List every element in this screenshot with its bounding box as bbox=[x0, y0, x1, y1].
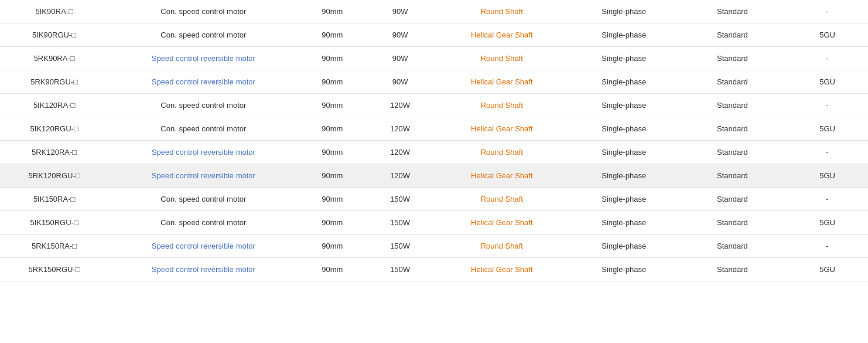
table-row: 5IK120RA-□ Con. speed control motor 90mm… bbox=[0, 94, 868, 117]
product-table: 5IK90RA-□ Con. speed control motor 90mm … bbox=[0, 0, 868, 281]
standard-cell: Standard bbox=[678, 23, 787, 47]
standard-cell: Standard bbox=[678, 70, 787, 94]
frame-cell: 90mm bbox=[298, 258, 366, 281]
phase-cell: Single-phase bbox=[570, 235, 678, 258]
phase-cell: Single-phase bbox=[570, 211, 678, 235]
model-cell: 5IK120RGU-□ bbox=[0, 117, 108, 141]
shaft-cell: Round Shaft bbox=[434, 141, 570, 164]
standard-cell: Standard bbox=[678, 211, 787, 235]
table-row: 5RK150RA-□ Speed control reversible moto… bbox=[0, 235, 868, 258]
model-cell: 5RK120RGU-□ bbox=[0, 164, 108, 188]
standard-cell: Standard bbox=[678, 0, 787, 23]
frame-cell: 90mm bbox=[298, 235, 366, 258]
shaft-cell: Round Shaft bbox=[434, 94, 570, 117]
phase-cell: Single-phase bbox=[570, 188, 678, 211]
gear-cell: - bbox=[787, 94, 868, 117]
shaft-cell: Helical Gear Shaft bbox=[434, 70, 570, 94]
type-cell: Con. speed control motor bbox=[108, 94, 298, 117]
type-cell: Con. speed control motor bbox=[108, 188, 298, 211]
standard-cell: Standard bbox=[678, 235, 787, 258]
model-cell: 5RK90RA-□ bbox=[0, 47, 108, 70]
table-row: 5RK90RA-□ Speed control reversible motor… bbox=[0, 47, 868, 70]
phase-cell: Single-phase bbox=[570, 47, 678, 70]
gear-cell: - bbox=[787, 141, 868, 164]
gear-cell: 5GU bbox=[787, 258, 868, 281]
table-row: 5IK150RA-□ Con. speed control motor 90mm… bbox=[0, 188, 868, 211]
phase-cell: Single-phase bbox=[570, 94, 678, 117]
power-cell: 150W bbox=[366, 211, 434, 235]
model-cell: 5IK90RA-□ bbox=[0, 0, 108, 23]
gear-cell: - bbox=[787, 188, 868, 211]
power-cell: 150W bbox=[366, 258, 434, 281]
frame-cell: 90mm bbox=[298, 0, 366, 23]
table-row: 5IK150RGU-□ Con. speed control motor 90m… bbox=[0, 211, 868, 235]
type-cell: Speed control reversible motor bbox=[108, 141, 298, 164]
gear-cell: 5GU bbox=[787, 23, 868, 47]
power-cell: 90W bbox=[366, 47, 434, 70]
model-cell: 5IK150RGU-□ bbox=[0, 211, 108, 235]
type-cell: Speed control reversible motor bbox=[108, 164, 298, 188]
gear-cell: 5GU bbox=[787, 117, 868, 141]
power-cell: 120W bbox=[366, 164, 434, 188]
phase-cell: Single-phase bbox=[570, 258, 678, 281]
gear-cell: 5GU bbox=[787, 164, 868, 188]
shaft-cell: Round Shaft bbox=[434, 47, 570, 70]
frame-cell: 90mm bbox=[298, 94, 366, 117]
table-row: 5RK150RGU-□ Speed control reversible mot… bbox=[0, 258, 868, 281]
shaft-cell: Helical Gear Shaft bbox=[434, 164, 570, 188]
standard-cell: Standard bbox=[678, 141, 787, 164]
type-cell: Speed control reversible motor bbox=[108, 47, 298, 70]
phase-cell: Single-phase bbox=[570, 117, 678, 141]
standard-cell: Standard bbox=[678, 47, 787, 70]
phase-cell: Single-phase bbox=[570, 0, 678, 23]
table-row: 5IK90RA-□ Con. speed control motor 90mm … bbox=[0, 0, 868, 23]
table-row: 5RK120RA-□ Speed control reversible moto… bbox=[0, 141, 868, 164]
shaft-cell: Round Shaft bbox=[434, 0, 570, 23]
frame-cell: 90mm bbox=[298, 141, 366, 164]
standard-cell: Standard bbox=[678, 117, 787, 141]
model-cell: 5RK150RA-□ bbox=[0, 235, 108, 258]
type-cell: Speed control reversible motor bbox=[108, 235, 298, 258]
frame-cell: 90mm bbox=[298, 211, 366, 235]
frame-cell: 90mm bbox=[298, 164, 366, 188]
frame-cell: 90mm bbox=[298, 70, 366, 94]
gear-cell: - bbox=[787, 0, 868, 23]
power-cell: 90W bbox=[366, 0, 434, 23]
gear-cell: 5GU bbox=[787, 211, 868, 235]
type-cell: Con. speed control motor bbox=[108, 0, 298, 23]
type-cell: Con. speed control motor bbox=[108, 117, 298, 141]
phase-cell: Single-phase bbox=[570, 70, 678, 94]
model-cell: 5RK150RGU-□ bbox=[0, 258, 108, 281]
phase-cell: Single-phase bbox=[570, 141, 678, 164]
shaft-cell: Helical Gear Shaft bbox=[434, 211, 570, 235]
power-cell: 120W bbox=[366, 94, 434, 117]
phase-cell: Single-phase bbox=[570, 23, 678, 47]
type-cell: Con. speed control motor bbox=[108, 23, 298, 47]
phase-cell: Single-phase bbox=[570, 164, 678, 188]
frame-cell: 90mm bbox=[298, 47, 366, 70]
model-cell: 5RK120RA-□ bbox=[0, 141, 108, 164]
standard-cell: Standard bbox=[678, 164, 787, 188]
frame-cell: 90mm bbox=[298, 117, 366, 141]
power-cell: 150W bbox=[366, 188, 434, 211]
gear-cell: 5GU bbox=[787, 70, 868, 94]
gear-cell: - bbox=[787, 235, 868, 258]
model-cell: 5IK150RA-□ bbox=[0, 188, 108, 211]
standard-cell: Standard bbox=[678, 188, 787, 211]
shaft-cell: Helical Gear Shaft bbox=[434, 117, 570, 141]
table-row: 5RK120RGU-□ Speed control reversible mot… bbox=[0, 164, 868, 188]
shaft-cell: Round Shaft bbox=[434, 188, 570, 211]
standard-cell: Standard bbox=[678, 258, 787, 281]
power-cell: 120W bbox=[366, 117, 434, 141]
frame-cell: 90mm bbox=[298, 23, 366, 47]
model-cell: 5IK120RA-□ bbox=[0, 94, 108, 117]
table-row: 5IK90RGU-□ Con. speed control motor 90mm… bbox=[0, 23, 868, 47]
power-cell: 150W bbox=[366, 235, 434, 258]
power-cell: 90W bbox=[366, 70, 434, 94]
gear-cell: - bbox=[787, 47, 868, 70]
frame-cell: 90mm bbox=[298, 188, 366, 211]
type-cell: Speed control reversible motor bbox=[108, 258, 298, 281]
power-cell: 120W bbox=[366, 141, 434, 164]
table-row: 5RK90RGU-□ Speed control reversible moto… bbox=[0, 70, 868, 94]
shaft-cell: Round Shaft bbox=[434, 235, 570, 258]
